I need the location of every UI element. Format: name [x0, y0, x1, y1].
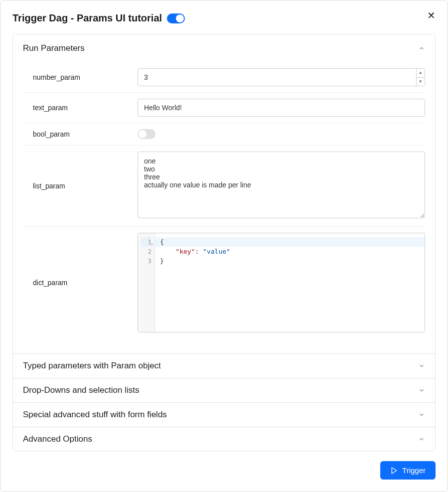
- caret-down-icon: ▼: [419, 79, 423, 84]
- text-param-input[interactable]: [138, 99, 425, 117]
- line-number: 2: [141, 247, 151, 256]
- list-param-textarea[interactable]: [138, 152, 425, 218]
- param-input-wrap: ▲ ▼: [138, 68, 425, 86]
- param-input-wrap: [138, 99, 425, 117]
- code-gutter: 1⌄ 2 3: [138, 233, 155, 332]
- param-row-bool: bool_param: [23, 123, 425, 146]
- play-icon: [390, 467, 398, 475]
- bool-param-toggle[interactable]: [138, 129, 155, 139]
- section-advanced-options: Advanced Options: [13, 427, 435, 451]
- param-row-text: text_param: [23, 93, 425, 123]
- section-typed-parameters-header[interactable]: Typed parameters with Param object: [13, 354, 435, 378]
- param-row-list: list_param: [23, 146, 425, 227]
- number-spinner: ▲ ▼: [417, 68, 425, 86]
- trigger-button-label: Trigger: [402, 466, 426, 475]
- chevron-down-icon: [418, 387, 425, 394]
- spinner-up-button[interactable]: ▲: [417, 69, 425, 78]
- param-label: text_param: [23, 104, 128, 112]
- param-label: number_param: [23, 73, 128, 81]
- section-title: Advanced Options: [23, 434, 92, 444]
- param-label: bool_param: [23, 130, 128, 138]
- code-content[interactable]: { "key": "value"}: [155, 233, 425, 332]
- number-input-wrap: ▲ ▼: [138, 68, 425, 86]
- line-number: 3: [141, 256, 151, 266]
- param-input-wrap: [138, 129, 425, 139]
- chevron-down-icon: [418, 362, 425, 369]
- param-row-dict: dict_param 1⌄ 2 3 { "key": "value"}: [23, 227, 425, 338]
- section-run-parameters: Run Parameters number_param ▲ ▼: [13, 34, 435, 354]
- modal-header: Trigger Dag - Params UI tutorial: [12, 12, 436, 24]
- modal-title: Trigger Dag - Params UI tutorial: [12, 12, 162, 24]
- chevron-down-icon: [418, 411, 425, 418]
- section-dropdowns-header[interactable]: Drop-Downs and selection lists: [13, 378, 435, 402]
- close-icon: ✕: [427, 10, 436, 21]
- section-run-parameters-body: number_param ▲ ▼ text_param: [13, 62, 435, 353]
- section-title: Run Parameters: [23, 43, 85, 53]
- param-label: dict_param: [23, 279, 128, 287]
- params-accordion: Run Parameters number_param ▲ ▼: [12, 34, 436, 451]
- close-button[interactable]: ✕: [427, 10, 436, 20]
- svg-marker-0: [392, 468, 396, 474]
- param-input-wrap: [138, 152, 425, 220]
- chevron-down-icon: [418, 436, 425, 443]
- trigger-button[interactable]: Trigger: [380, 461, 436, 480]
- section-run-parameters-header[interactable]: Run Parameters: [13, 34, 435, 62]
- spinner-down-button[interactable]: ▼: [417, 78, 425, 86]
- line-number: 1⌄: [141, 237, 151, 247]
- section-advanced-options-header[interactable]: Advanced Options: [13, 427, 435, 451]
- trigger-dag-modal: ✕ Trigger Dag - Params UI tutorial Run P…: [0, 0, 448, 492]
- section-special-advanced: Special advanced stuff with form fields: [13, 403, 435, 427]
- section-special-advanced-header[interactable]: Special advanced stuff with form fields: [13, 403, 435, 427]
- caret-up-icon: ▲: [419, 70, 423, 75]
- chevron-up-icon: [418, 45, 425, 52]
- section-typed-parameters: Typed parameters with Param object: [13, 354, 435, 378]
- section-dropdowns: Drop-Downs and selection lists: [13, 378, 435, 403]
- param-row-number: number_param ▲ ▼: [23, 62, 425, 93]
- dict-param-editor[interactable]: 1⌄ 2 3 { "key": "value"}: [138, 233, 425, 332]
- modal-footer: Trigger: [12, 451, 436, 480]
- param-input-wrap: 1⌄ 2 3 { "key": "value"}: [138, 233, 425, 332]
- section-title: Special advanced stuff with form fields: [23, 410, 167, 420]
- number-param-input[interactable]: [138, 68, 417, 86]
- param-label: list_param: [23, 182, 128, 190]
- section-title: Drop-Downs and selection lists: [23, 385, 139, 395]
- dag-enabled-toggle[interactable]: [167, 13, 185, 23]
- section-title: Typed parameters with Param object: [23, 361, 161, 371]
